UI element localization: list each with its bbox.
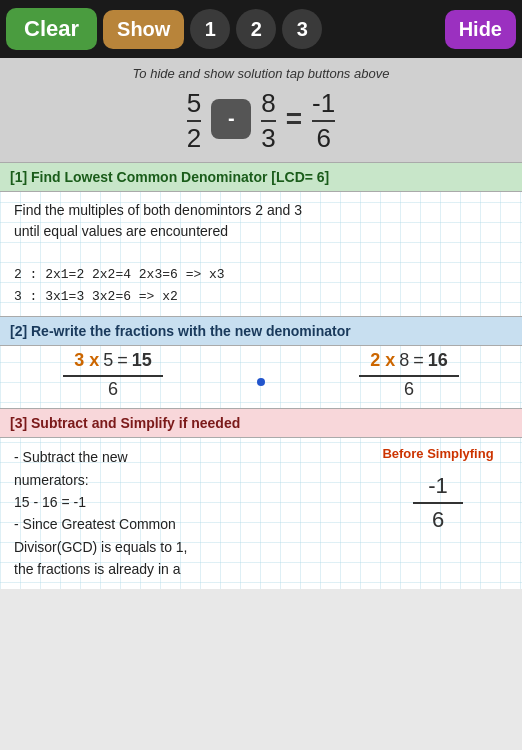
- hide-button[interactable]: Hide: [445, 10, 516, 49]
- toolbar: Clear Show 1 2 3 Hide: [0, 0, 522, 58]
- frac1-s2-line: [63, 375, 163, 377]
- section1-line1: Find the multiples of both denomintors 2…: [14, 200, 508, 221]
- frac2-s2-line: [359, 375, 459, 377]
- result-line: [413, 502, 463, 504]
- frac1-denominator: 2: [187, 124, 201, 153]
- frac3-denominator: 6: [316, 124, 330, 153]
- frac1-s2-eq: =: [117, 350, 128, 371]
- frac1-multiplier: 3 x: [74, 350, 99, 371]
- section3-header: [3] Subtract and Simplify if needed: [0, 408, 522, 438]
- frac2-multiplier: 2 x: [370, 350, 395, 371]
- frac2-s2-eq: =: [413, 350, 424, 371]
- frac1-s2-result: 15: [132, 350, 152, 371]
- section3-left: - Subtract the new numerators: 15 - 16 =…: [14, 446, 368, 580]
- section2-frac1-top: 3 x 5 = 15: [74, 350, 152, 371]
- simplify-label: Before Simplyfing: [382, 446, 493, 461]
- step1-button[interactable]: 1: [190, 9, 230, 49]
- separator-dot: [257, 378, 265, 386]
- section3-line2: numerators:: [14, 469, 368, 491]
- section3-line5: Divisor(GCD) is equals to 1,: [14, 536, 368, 558]
- section3-line1: - Subtract the new: [14, 446, 368, 468]
- section2-header: [2] Re-write the fractions with the new …: [0, 316, 522, 346]
- section1-math2: 3 : 3x1=3 3x2=6 => x2: [14, 287, 508, 307]
- section2-frac2: 2 x 8 = 16 6: [359, 350, 459, 400]
- frac2-line: [261, 120, 275, 122]
- fraction-2: 8 3: [261, 89, 275, 152]
- section3-body: - Subtract the new numerators: 15 - 16 =…: [0, 438, 522, 588]
- result-numerator: -1: [428, 473, 448, 499]
- result-fraction: -1 6: [413, 473, 463, 533]
- section3-right: Before Simplyfing -1 6: [368, 446, 508, 580]
- section2-frac1: 3 x 5 = 15 6: [63, 350, 163, 400]
- content-area: [1] Find Lowest Common Denominator [LCD=…: [0, 162, 522, 588]
- operator-button[interactable]: -: [211, 99, 251, 139]
- content-inner: [1] Find Lowest Common Denominator [LCD=…: [0, 162, 522, 588]
- section2-fractions: 3 x 5 = 15 6 2 x 8 = 16 6: [0, 346, 522, 408]
- clear-button[interactable]: Clear: [6, 8, 97, 50]
- section2-frac2-top: 2 x 8 = 16: [370, 350, 448, 371]
- frac2-denominator: 3: [261, 124, 275, 153]
- frac2-s2-result: 16: [428, 350, 448, 371]
- section1-math1: 2 : 2x1=2 2x2=4 2x3=6 => x3: [14, 265, 508, 285]
- frac1-line: [187, 120, 201, 122]
- section1-line2: until equal values are encountered: [14, 221, 508, 242]
- frac2-s2-num: 8: [399, 350, 409, 371]
- equation-area: To hide and show solution tap buttons ab…: [0, 58, 522, 162]
- step3-button[interactable]: 3: [282, 9, 322, 49]
- frac2-numerator: 8: [261, 89, 275, 118]
- frac3-line: [312, 120, 335, 122]
- frac3-numerator: -1: [312, 89, 335, 118]
- hint-text: To hide and show solution tap buttons ab…: [12, 66, 510, 81]
- frac1-s2-num: 5: [103, 350, 113, 371]
- section3-line6: the fractions is already in a: [14, 558, 368, 580]
- equation-row: 5 2 - 8 3 = -1 6: [12, 89, 510, 152]
- section3-line4: - Since Greatest Common: [14, 513, 368, 535]
- frac2-s2-den: 6: [404, 379, 414, 400]
- fraction-1: 5 2: [187, 89, 201, 152]
- frac1-s2-den: 6: [108, 379, 118, 400]
- result-denominator: 6: [432, 507, 444, 533]
- section3-line3: 15 - 16 = -1: [14, 491, 368, 513]
- equals-sign: =: [286, 103, 302, 135]
- frac1-numerator: 5: [187, 89, 201, 118]
- step2-button[interactable]: 2: [236, 9, 276, 49]
- section1-header: [1] Find Lowest Common Denominator [LCD=…: [0, 162, 522, 192]
- section1-body: Find the multiples of both denomintors 2…: [0, 192, 522, 316]
- show-button[interactable]: Show: [103, 10, 184, 49]
- fraction-3: -1 6: [312, 89, 335, 152]
